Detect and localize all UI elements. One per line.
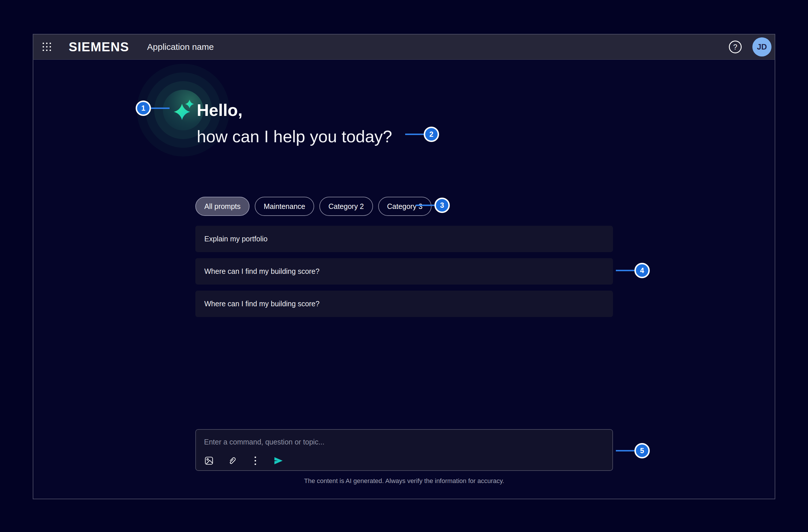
annotation-connector [405,133,424,135]
chip-all-prompts[interactable]: All prompts [195,197,250,216]
header-actions: ? JD [729,37,775,56]
annotation-badge-5: 5 [616,443,650,458]
user-avatar[interactable]: JD [752,37,771,56]
annotation-badge-2: 2 [405,127,439,142]
prompt-card[interactable]: Where can I find my building score? [195,258,613,285]
page-background: SIEMENS Application name ? JD Hello, [0,0,808,532]
hero-greeting: Hello, how can I help you today? [197,102,392,145]
chip-category-2[interactable]: Category 2 [319,197,373,216]
more-options-icon[interactable] [251,456,260,466]
annotation-badge-1: 1 [136,100,169,116]
application-name: Application name [147,42,214,52]
prompt-card[interactable]: Explain my portfolio [195,226,613,252]
image-icon[interactable] [204,456,214,466]
greeting-line2: how can I help you today? [197,128,392,145]
message-composer [195,429,613,471]
annotation-connector [151,108,169,109]
composer-input[interactable] [204,438,604,446]
annotation-badge-3: 3 [416,198,450,213]
annotation-badge-4: 4 [616,263,650,278]
composer-toolbar [204,456,604,466]
annotation-number: 2 [424,127,439,142]
annotation-connector [416,205,435,206]
greeting-line1: Hello, [197,102,392,118]
prompt-suggestion-list: Explain my portfolio Where can I find my… [195,226,613,323]
annotation-number: 1 [136,100,151,116]
send-icon[interactable] [274,456,283,466]
ai-disclaimer: The content is AI generated. Always veri… [195,477,613,485]
annotation-connector [616,270,635,271]
app-header: SIEMENS Application name ? JD [33,35,775,60]
chip-maintenance[interactable]: Maintenance [255,197,314,216]
sparkle-icon [169,96,198,125]
annotation-number: 4 [635,263,650,278]
annotation-number: 3 [435,198,450,213]
attachment-icon[interactable] [227,456,237,466]
prompt-card[interactable]: Where can I find my building score? [195,291,613,317]
help-icon[interactable]: ? [729,40,742,53]
annotation-connector [616,450,635,452]
app-launcher-icon[interactable] [42,42,51,51]
prompt-filter-chips: All prompts Maintenance Category 2 Categ… [195,197,431,216]
siemens-logo: SIEMENS [69,40,129,54]
annotation-number: 5 [635,443,650,458]
